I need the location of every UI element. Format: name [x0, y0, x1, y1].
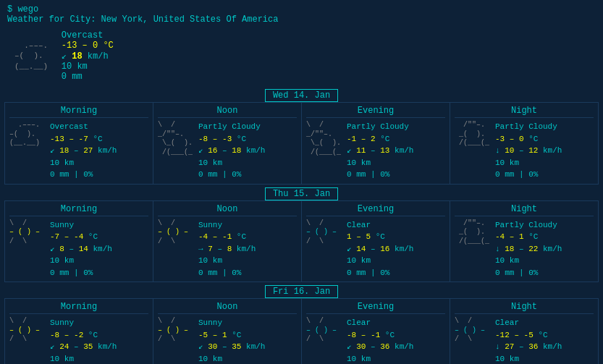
period-info-0-2: Partly Cloudy-1 – 2 °C↙ 11 – 13 km/h10 k… [347, 121, 413, 181]
day-label-2: Fri 16. Jan [265, 285, 338, 298]
period-condition: Partly Cloudy [347, 121, 413, 133]
period-wind: ↙ 24 – 35 km/h [50, 341, 117, 353]
period-visibility: 10 km [495, 157, 562, 169]
period-wind: ↙ 8 – 14 km/h [50, 243, 112, 255]
period-temp: -3 – 0 °C [495, 133, 562, 145]
period-wind: ↙ 16 – 18 km/h [198, 145, 265, 157]
period-visibility: 10 km [347, 255, 413, 267]
period-ascii-0-1: \ / _/""–. \_( ). /(___(_ [158, 121, 194, 181]
period-visibility: 10 km [495, 353, 562, 365]
period-header-2-1: Noon [158, 302, 297, 314]
period-wind: ↙ 11 – 13 km/h [347, 145, 413, 157]
command-line: $ wego [7, 4, 596, 14]
day-label-row-0: Wed 14. Jan [4, 89, 599, 102]
period-ascii-1-1: \ / – ( ) – / \ [158, 219, 194, 279]
current-ascii: .–––. –( ). (__.__) [14, 41, 53, 72]
period-condition: Sunny [50, 219, 112, 232]
period-visibility: 10 km [198, 255, 256, 267]
current-visibility: 10 km [62, 62, 114, 72]
period-visibility: 10 km [347, 157, 413, 169]
period-visibility: 10 km [50, 353, 117, 365]
period-info-0-0: Overcast-13 – -7 °C↙ 18 – 27 km/h10 km0 … [50, 121, 117, 181]
period-header-0-3: Night [455, 106, 594, 118]
period-visibility: 10 km [495, 255, 562, 267]
period-precipitation: 0 mm | 0% [495, 267, 562, 279]
period-col-2-0: Morning\ / – ( ) – / \ Sunny-8 – -2 °C↙ … [5, 299, 153, 364]
period-wind: ↙ 30 – 35 km/h [198, 341, 265, 353]
period-temp: -1 – 2 °C [347, 133, 413, 145]
periods-row-2: Morning\ / – ( ) – / \ Sunny-8 – -2 °C↙ … [4, 298, 599, 364]
header: $ wego Weather for City: New York, Unite… [0, 0, 603, 27]
period-condition: Sunny [50, 317, 117, 329]
period-content-1-0: \ / – ( ) – / \ Sunny-7 – -4 °C↙ 8 – 14 … [9, 219, 148, 279]
period-info-2-0: Sunny-8 – -2 °C↙ 24 – 35 km/h10 km0 mm |… [50, 317, 117, 364]
period-col-2-2: Evening\ / – ( ) – / \ Clear-8 – -1 °C↙ … [302, 299, 450, 364]
period-content-0-1: \ / _/""–. \_( ). /(___(_Partly Cloudy-8… [158, 121, 297, 181]
period-content-1-1: \ / – ( ) – / \ Sunny-4 – -1 °C→ 7 – 8 k… [158, 219, 297, 279]
period-header-0-1: Noon [158, 106, 297, 118]
period-header-0-2: Evening [306, 106, 445, 118]
period-precipitation: 0 mm | 0% [495, 169, 562, 181]
period-wind: ↙ 14 – 16 km/h [347, 243, 413, 255]
period-content-0-0: .–––. –( ). (__.__) Overcast-13 – -7 °C↙… [9, 121, 148, 181]
period-temp: -8 – -3 °C [198, 133, 265, 145]
period-header-1-2: Evening [306, 204, 445, 216]
period-info-1-3: Partly Cloudy-4 – 1 °C↓ 18 – 22 km/h10 k… [495, 219, 562, 279]
period-header-1-0: Morning [9, 204, 148, 216]
period-ascii-0-2: \ / _/""–. \_( ). /(___(_ [306, 121, 342, 181]
period-condition: Partly Cloudy [495, 219, 562, 232]
period-wind: → 7 – 8 km/h [198, 243, 256, 255]
period-temp: -7 – -4 °C [50, 231, 112, 243]
period-col-0-3: Night /""–. _( ). /(___(_ Partly Cloudy-… [450, 103, 598, 184]
period-info-1-2: Clear1 – 5 °C↙ 14 – 16 km/h10 km0 mm | 0… [347, 219, 413, 279]
current-precipitation: 0 mm [62, 72, 114, 82]
period-info-1-0: Sunny-7 – -4 °C↙ 8 – 14 km/h10 km0 mm | … [50, 219, 112, 279]
period-ascii-2-1: \ / – ( ) – / \ [158, 317, 194, 364]
current-condition: Overcast [62, 30, 114, 41]
period-precipitation: 0 mm | 0% [198, 169, 265, 181]
city-line: Weather for City: New York, United State… [7, 14, 596, 25]
periods-row-0: Morning .–––. –( ). (__.__) Overcast-13 … [4, 102, 599, 185]
period-visibility: 10 km [198, 157, 265, 169]
period-header-2-3: Night [455, 302, 594, 314]
period-content-2-1: \ / – ( ) – / \ Sunny-5 – 1 °C↙ 30 – 35 … [158, 317, 297, 364]
period-precipitation: 0 mm | 0% [50, 169, 117, 181]
period-temp: -5 – 1 °C [198, 329, 265, 342]
period-ascii-2-2: \ / – ( ) – / \ [306, 317, 342, 364]
period-col-2-1: Noon\ / – ( ) – / \ Sunny-5 – 1 °C↙ 30 –… [153, 299, 302, 364]
period-temp: -13 – -7 °C [50, 133, 117, 145]
day-section-0: Wed 14. JanMorning .–––. –( ). (__.__) O… [4, 89, 599, 185]
period-col-2-3: Night\ / – ( ) – / \ Clear-12 – -5 °C↓ 2… [450, 299, 598, 364]
period-wind: ↓ 18 – 22 km/h [495, 243, 562, 255]
period-precipitation: 0 mm | 0% [50, 267, 112, 279]
period-col-1-1: Noon\ / – ( ) – / \ Sunny-4 – -1 °C→ 7 –… [153, 201, 302, 282]
period-wind: ↓ 27 – 36 km/h [495, 341, 562, 353]
period-temp: -4 – -1 °C [198, 231, 256, 243]
period-temp: -8 – -2 °C [50, 329, 117, 342]
period-ascii-0-3: /""–. _( ). /(___(_ [455, 121, 491, 181]
period-condition: Sunny [198, 317, 265, 329]
day-section-1: Thu 15. JanMorning\ / – ( ) – / \ Sunny-… [4, 187, 599, 283]
period-precipitation: 0 mm | 0% [347, 169, 413, 181]
period-info-0-3: Partly Cloudy-3 – 0 °C↓ 10 – 12 km/h10 k… [495, 121, 562, 181]
period-ascii-1-0: \ / – ( ) – / \ [9, 219, 46, 279]
period-ascii-2-3: \ / – ( ) – / \ [455, 317, 491, 364]
days-container: Wed 14. JanMorning .–––. –( ). (__.__) O… [0, 89, 603, 364]
period-content-2-0: \ / – ( ) – / \ Sunny-8 – -2 °C↙ 24 – 35… [9, 317, 148, 364]
period-content-2-3: \ / – ( ) – / \ Clear-12 – -5 °C↓ 27 – 3… [455, 317, 594, 364]
period-content-0-3: /""–. _( ). /(___(_ Partly Cloudy-3 – 0 … [455, 121, 594, 181]
period-condition: Partly Cloudy [198, 121, 265, 133]
current-info: Overcast -13 – 0 °C ↙ 18 km/h 10 km 0 mm [62, 30, 114, 82]
day-label-row-2: Fri 16. Jan [4, 285, 599, 298]
day-section-2: Fri 16. JanMorning\ / – ( ) – / \ Sunny-… [4, 285, 599, 364]
day-label-0: Wed 14. Jan [265, 89, 338, 102]
period-visibility: 10 km [50, 255, 112, 267]
period-header-2-0: Morning [9, 302, 148, 314]
period-precipitation: 0 mm | 0% [198, 267, 256, 279]
day-label-1: Thu 15. Jan [265, 187, 338, 200]
period-visibility: 10 km [50, 157, 117, 169]
period-content-1-3: /""–. _( ). /(___(_ Partly Cloudy-4 – 1 … [455, 219, 594, 279]
period-info-1-1: Sunny-4 – -1 °C→ 7 – 8 km/h10 km0 mm | 0… [198, 219, 256, 279]
period-content-1-2: \ / – ( ) – / \ Clear1 – 5 °C↙ 14 – 16 k… [306, 219, 445, 279]
period-temp: -4 – 1 °C [495, 231, 562, 243]
